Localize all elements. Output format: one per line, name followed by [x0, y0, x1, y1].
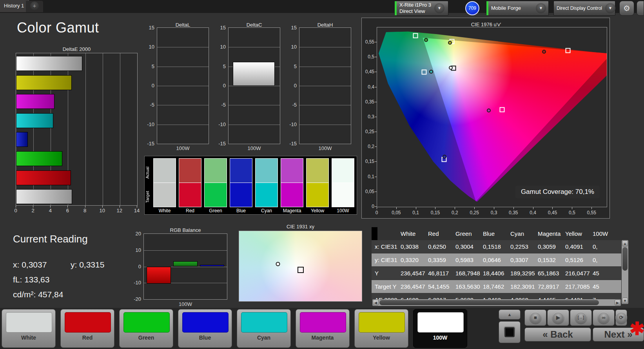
tab-history-1[interactable]: History 1 [0, 0, 29, 12]
table-row[interactable]: x: CIE310,30380,62500,30040,15180,22530,… [372, 240, 621, 253]
table-vertical-scrollbar[interactable]: ▲ ▼ [622, 240, 628, 304]
cie1976-x-tick: 0,2 [452, 210, 458, 215]
cie1976-panel: CIE 1976 u'v' Gamut Coverage: 70,1% 00,0… [361, 18, 610, 219]
pattern-button-blue[interactable]: Blue [178, 309, 232, 348]
cie1976-x-tick: 0,15 [431, 210, 440, 215]
rgb-y-tick: 20 [128, 231, 141, 237]
source-dropdown[interactable]: Mobile Forge ▼ [486, 1, 549, 16]
table-cell: 0,4091 [565, 243, 593, 250]
target-swatch-magenta [281, 183, 303, 207]
refresh-icon: ⟳ [615, 312, 627, 324]
gear-icon[interactable]: ⚙ [619, 1, 634, 16]
chevron-down-icon: ▼ [536, 3, 546, 13]
alert-asterisk-icon: ✱ [629, 318, 644, 339]
table-cell: 0,3320 [401, 257, 428, 263]
vscroll-thumb[interactable] [622, 247, 628, 271]
cie1931-diagram[interactable] [239, 231, 362, 302]
pattern-button-green[interactable]: Green [119, 309, 173, 348]
table-row[interactable]: y: CIE310,33200,33590,59830,06460,33070,… [372, 253, 621, 266]
deltaL-y-tick: -10 [141, 121, 154, 127]
table-cell: 189,3295 [510, 270, 538, 277]
pattern-window-button[interactable] [499, 321, 521, 343]
table-header-cell: Red [428, 230, 455, 237]
cie1976-x-tick: 0,35 [509, 210, 518, 215]
clipped-toolbar-button[interactable] [637, 1, 644, 16]
target-swatch-blue [230, 183, 252, 207]
actual-marker-red [542, 50, 546, 54]
stop-button[interactable]: ■ [524, 309, 546, 326]
pattern-toolbar: WhiteRedGreenBlueCyanMagentaYellow100W ▲… [0, 308, 644, 349]
deltaL-y-tick: 5 [141, 63, 154, 69]
swatch-column-100w: 100W [332, 158, 354, 213]
scroll-right-icon[interactable]: ▶ [615, 300, 620, 306]
scroll-down-icon[interactable]: ▼ [622, 298, 628, 304]
actual-swatch-white [153, 158, 176, 183]
add-tab-button[interactable]: + [26, 1, 43, 12]
pattern-button-100w[interactable]: 100W [413, 309, 467, 348]
display-control-dropdown[interactable]: Direct Display Control ▼ [553, 1, 615, 16]
table-horizontal-scrollbar[interactable]: ◀ ▶ [372, 299, 621, 306]
actual-swatch-100w [332, 158, 354, 183]
cie1976-x-tick: 0,25 [470, 210, 479, 215]
cie1976-diagram[interactable]: Gamut Coverage: 70,1% [377, 27, 607, 207]
play-button[interactable]: ▶ [547, 309, 569, 326]
deltaC-bar [233, 62, 275, 86]
table-cell: 0,2253 [510, 243, 538, 250]
rgb-bar-red [147, 267, 171, 284]
refresh-button[interactable]: ⟳ [615, 309, 627, 326]
pattern-button-magenta[interactable]: Magenta [296, 309, 350, 348]
colorspace-badge-709[interactable]: 709 [465, 1, 479, 15]
table-row[interactable]: Y236,454746,8117168,794818,4406189,32956… [372, 267, 621, 280]
rgb-balance-chart [143, 233, 227, 300]
scroll-left-icon[interactable]: ◀ [373, 300, 379, 306]
table-row[interactable]: Target Y236,454754,1455163,563018,746218… [372, 280, 621, 293]
back-button[interactable]: « Back [524, 327, 591, 342]
step-button[interactable]: [↔] [570, 309, 592, 326]
table-cell: 65,1863 [538, 270, 565, 277]
target-swatch-green [204, 183, 227, 207]
table-cell: 0,3307 [510, 257, 538, 263]
cie1976-x-tick: 0,4 [530, 210, 536, 215]
hscroll-thumb[interactable] [379, 300, 599, 305]
pattern-button-yellow[interactable]: Yellow [354, 309, 408, 348]
table-row[interactable]: ΔE 20006,46006,33175,36301,34634,30604,4… [372, 293, 621, 300]
source-status-stripe [486, 1, 488, 15]
scroll-up-icon[interactable]: ▲ [622, 241, 628, 246]
pattern-button-label: White [2, 335, 55, 341]
pattern-button-cyan[interactable]: Cyan [237, 309, 291, 348]
reading-fl: fL: 133,63 [13, 275, 49, 284]
rgb-y-tick: 0 [128, 263, 141, 269]
pattern-swatch [65, 312, 111, 333]
deltal-chart-title: DeltaL [157, 22, 209, 28]
deltaH-y-tick: -10 [283, 121, 297, 127]
table-cell: 0,1518 [483, 243, 510, 250]
meter-dropdown-label: X-Rite i1Pro 3Direct View [399, 2, 431, 14]
chevron-down-icon: ▼ [434, 3, 444, 13]
measurement-table: WhiteRedGreenBlueCyanMagentaYellow100Wx:… [372, 227, 621, 300]
deltaC-y-tick: 0 [212, 83, 226, 89]
pattern-button-red[interactable]: Red [60, 309, 114, 348]
meter-dropdown[interactable]: X-Rite i1Pro 3Direct View ▼ [394, 1, 448, 16]
table-header-cell: Green [455, 230, 483, 237]
display-dropdown-label: Direct Display Control [557, 5, 602, 11]
deltaL-y-tick: 0 [141, 83, 154, 89]
deltaC-y-tick: -15 [212, 141, 226, 146]
swatch-label: 100W [332, 207, 354, 213]
pattern-button-white[interactable]: White [2, 309, 56, 348]
deltal-chart [157, 27, 209, 144]
table-cell: 0,3038 [401, 243, 428, 250]
continuous-button[interactable]: ∞ [593, 309, 615, 326]
pattern-swatch [417, 312, 464, 333]
actual-marker-green [424, 38, 428, 42]
collapse-panel-button[interactable]: ▲ [499, 309, 521, 320]
target-swatch-white [153, 183, 176, 207]
actual-marker-white [449, 66, 453, 70]
table-cell: 0,3004 [455, 243, 483, 250]
deltae2000-chart-title: DeltaE 2000 [16, 46, 138, 52]
cie1976-x-tick: 0,55 [587, 210, 596, 215]
deltaC-y-tick: 5 [212, 63, 226, 69]
deltae-x-tick: 6 [66, 208, 69, 213]
page-title: Color Gamut [17, 20, 99, 36]
app-window: History 1 + X-Rite i1Pro 3Direct View ▼ … [0, 0, 644, 349]
rgb-bar-green [173, 261, 198, 266]
